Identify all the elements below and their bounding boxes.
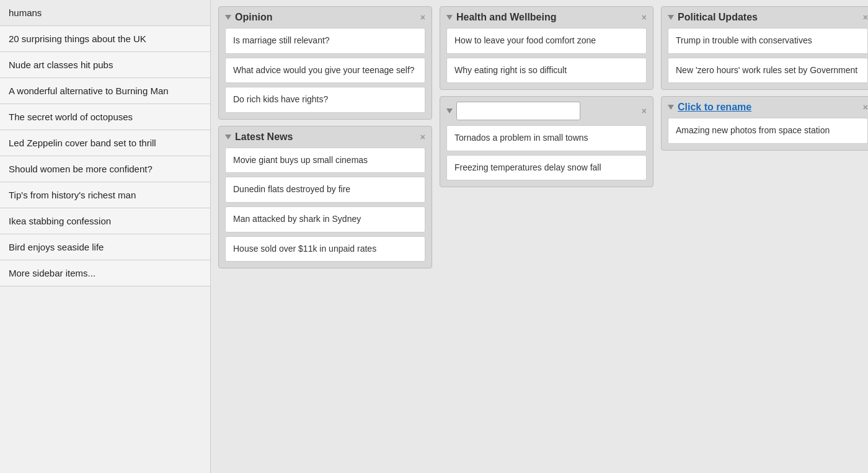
panel-political-updates-panel: Political Updates×Trump in trouble with … xyxy=(661,6,868,90)
news-card[interactable]: Freezing temperatures delay snow fall xyxy=(446,155,647,181)
panel-title: Latest News xyxy=(235,131,293,143)
panel-rename-panel: ×Tornados a problem in small townsFreezi… xyxy=(440,96,653,187)
main-content: Opinion×Is marriage still relevant?What … xyxy=(211,0,868,473)
sidebar-item[interactable]: humans xyxy=(0,0,210,26)
panel-header: × xyxy=(446,102,647,120)
news-card[interactable]: How to leave your food comfort zone xyxy=(446,28,647,54)
column-opinion: Opinion×Is marriage still relevant?What … xyxy=(218,6,432,467)
collapse-icon[interactable] xyxy=(446,108,453,113)
panel-opinion-panel: Opinion×Is marriage still relevant?What … xyxy=(218,6,432,120)
sidebar-item[interactable]: Led Zeppelin cover band set to thrill xyxy=(0,130,210,156)
panel-close-button[interactable]: × xyxy=(642,13,647,22)
news-card[interactable]: Amazing new photos from space station xyxy=(668,118,868,144)
collapse-icon[interactable] xyxy=(668,15,674,20)
sidebar-item[interactable]: Should women be more confident? xyxy=(0,156,210,182)
panel-click-rename-panel: Click to rename×Amazing new photos from … xyxy=(661,96,868,151)
news-card[interactable]: Why eating right is so difficult xyxy=(446,58,647,84)
column-health: Health and Wellbeing×How to leave your f… xyxy=(440,6,653,467)
collapse-icon[interactable] xyxy=(225,135,231,139)
panel-latest-news-panel: Latest News×Movie giant buys up small ci… xyxy=(218,126,432,268)
sidebar-item[interactable]: A wonderful alternative to Burning Man xyxy=(0,78,210,104)
news-card[interactable]: Trump in trouble with conservatives xyxy=(668,28,868,54)
news-card[interactable]: Man attacked by shark in Sydney xyxy=(225,206,425,232)
sidebar-item[interactable]: The secret world of octopuses xyxy=(0,104,210,130)
panel-close-button[interactable]: × xyxy=(420,13,425,22)
panel-header: Click to rename× xyxy=(668,102,868,113)
news-card[interactable]: House sold over $11k in unpaid rates xyxy=(225,236,425,262)
news-card[interactable]: What advice would you give your teenage … xyxy=(225,58,425,84)
sidebar-item[interactable]: 20 surprising things about the UK xyxy=(0,26,210,52)
panel-close-button[interactable]: × xyxy=(642,107,647,115)
collapse-icon[interactable] xyxy=(668,105,674,110)
panel-header: Latest News× xyxy=(225,131,425,143)
collapse-icon[interactable] xyxy=(225,15,231,20)
sidebar-item[interactable]: Nude art classes hit pubs xyxy=(0,52,210,78)
panel-title: Health and Wellbeing xyxy=(456,12,557,23)
sidebar-item[interactable]: Ikea stabbing confession xyxy=(0,208,210,234)
panel-title-input[interactable] xyxy=(456,102,580,120)
sidebar-item[interactable]: Tip's from history's richest man xyxy=(0,182,210,208)
panel-header: Health and Wellbeing× xyxy=(446,12,647,23)
panel-title: Opinion xyxy=(235,12,272,23)
news-card[interactable]: Do rich kids have rights? xyxy=(225,87,425,113)
panel-title-link[interactable]: Click to rename xyxy=(678,102,751,113)
panel-health-wellbeing-panel: Health and Wellbeing×How to leave your f… xyxy=(440,6,653,90)
panel-close-button[interactable]: × xyxy=(420,133,425,141)
panel-header: Opinion× xyxy=(225,12,425,23)
sidebar: humans20 surprising things about the UKN… xyxy=(0,0,211,473)
news-card[interactable]: Dunedin flats destroyed by fire xyxy=(225,177,425,203)
sidebar-item[interactable]: More sidebar items... xyxy=(0,260,210,286)
collapse-icon[interactable] xyxy=(446,15,453,20)
panel-close-button[interactable]: × xyxy=(863,13,868,22)
news-card[interactable]: New 'zero hours' work rules set by Gover… xyxy=(668,58,868,84)
news-card[interactable]: Movie giant buys up small cinemas xyxy=(225,148,425,174)
column-political: Political Updates×Trump in trouble with … xyxy=(661,6,868,467)
news-card[interactable]: Is marriage still relevant? xyxy=(225,28,425,54)
panel-header: Political Updates× xyxy=(668,12,868,23)
panel-close-button[interactable]: × xyxy=(863,103,868,112)
panel-title: Political Updates xyxy=(678,12,758,23)
sidebar-item[interactable]: Bird enjoys seaside life xyxy=(0,234,210,260)
news-card[interactable]: Tornados a problem in small towns xyxy=(446,125,647,151)
